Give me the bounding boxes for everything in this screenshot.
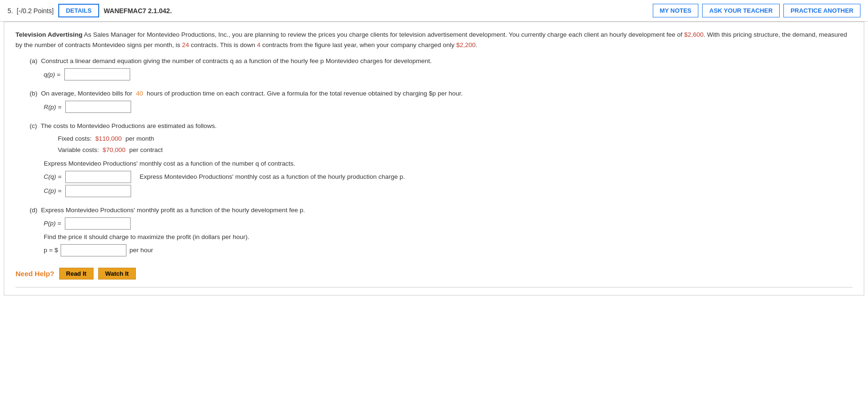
express-line: Express Montevideo Productions' monthly … [44,160,852,167]
variable-costs-suffix: per contract [129,146,163,153]
part-a-input-row: q(p) = [44,68,852,80]
part-d-pp-row: P(p) = [44,217,852,230]
cp-row: C(p) = [44,185,852,197]
fixed-costs-suffix: per month [125,135,154,142]
part-b-highlight-40: 40 [136,90,143,97]
part-b-text-after: hours of production time on each contrac… [147,90,462,97]
cp-input[interactable] [65,185,131,197]
watch-it-button[interactable]: Watch It [98,268,136,279]
cq-input[interactable] [65,171,131,183]
part-a-header: (a) Construct a linear demand equation g… [30,57,852,64]
part-d-label: (d) [30,207,38,214]
part-c-label: (c) [30,122,37,129]
cp-label: C(p) = [44,187,62,194]
bottom-divider [16,287,852,287]
part-b-input-row: R(p) = [44,101,852,113]
need-help-section: Need Help? Read It Watch It [16,268,852,279]
fixed-costs-label: Fixed costs: [58,135,92,142]
my-notes-button[interactable]: MY NOTES [653,4,699,17]
variable-costs-line: Variable costs: $70,000 per contract [58,144,852,156]
variable-costs-label: Variable costs: [58,146,99,153]
points-label: [-/0.2 Points] [17,7,54,15]
part-c-text: The costs to Montevideo Productions are … [41,122,217,129]
main-content: Television Advertising As Sales Manager … [4,22,864,295]
ask-teacher-button[interactable]: ASK YOUR TEACHER [702,4,780,17]
part-b-input[interactable] [65,101,131,113]
variable-costs-value: $70,000 [102,146,125,153]
fixed-costs-value: $110,000 [95,135,122,142]
read-it-button[interactable]: Read It [59,268,94,279]
problem-intro-mid3: contracts from the figure last year, whe… [260,41,456,48]
problem-intro-before: As Sales Manager for Montevideo Producti… [84,31,684,38]
problem-title: Television Advertising [16,31,83,38]
fixed-costs-line: Fixed costs: $110,000 per month [58,133,852,144]
express-text: Express Montevideo Productions' monthly … [44,160,295,167]
q-number: 5. [8,7,13,15]
costs-section: Fixed costs: $110,000 per month Variable… [58,133,852,156]
highlight-2600: $2,600 [684,31,704,38]
cq-row: C(q) = Express Montevideo Productions' m… [44,171,852,183]
part-c-header: (c) The costs to Montevideo Productions … [30,122,852,129]
header-actions: MY NOTES ASK YOUR TEACHER PRACTICE ANOTH… [653,4,860,17]
pp-label: P(p) = [44,220,61,227]
cq-subtext: Express Montevideo Productions' monthly … [140,173,405,180]
pp-input[interactable] [65,217,131,230]
part-b-label: (b) [30,90,38,97]
part-a-input[interactable] [64,68,130,80]
cq-label: C(q) = [44,173,62,180]
part-b-text-before: On average, Montevideo bills for [41,90,132,97]
part-b: (b) On average, Montevideo bills for 40 … [16,90,852,113]
p-suffix: per hour [129,247,153,254]
header-bar: 5. [-/0.2 Points] DETAILS WANEFMAC7 2.1.… [0,0,868,22]
details-button[interactable]: DETAILS [58,4,99,17]
part-b-header: (b) On average, Montevideo bills for 40 … [30,90,852,97]
p-input[interactable] [61,244,126,256]
highlight-2200: $2,200 [456,41,476,48]
part-a: (a) Construct a linear demand equation g… [16,57,852,80]
price-row: p = $ per hour [44,244,852,256]
part-d-text: Express Montevideo Productions' monthly … [41,207,305,214]
question-id: WANEFMAC7 2.1.042. [104,7,172,15]
part-d-header: (d) Express Montevideo Productions' mont… [30,207,852,214]
part-b-input-label: R(p) = [44,104,62,111]
p-label: p = $ [44,247,58,254]
question-number: 5. [-/0.2 Points] [8,7,54,15]
part-c: (c) The costs to Montevideo Productions … [16,122,852,197]
part-a-label: (a) [30,57,38,64]
find-price-text: Find the price it should charge to maxim… [44,233,852,240]
problem-intro-end: . [476,41,477,48]
part-a-input-label: q(p) = [44,71,61,78]
practice-another-button[interactable]: PRACTICE ANOTHER [783,4,860,17]
problem-text: Television Advertising As Sales Manager … [16,30,852,50]
problem-intro-mid2: contracts. This is down [189,41,257,48]
part-d: (d) Express Montevideo Productions' mont… [16,207,852,256]
part-a-text: Construct a linear demand equation givin… [41,57,432,64]
highlight-24: 24 [182,41,189,48]
need-help-label: Need Help? [16,270,55,278]
